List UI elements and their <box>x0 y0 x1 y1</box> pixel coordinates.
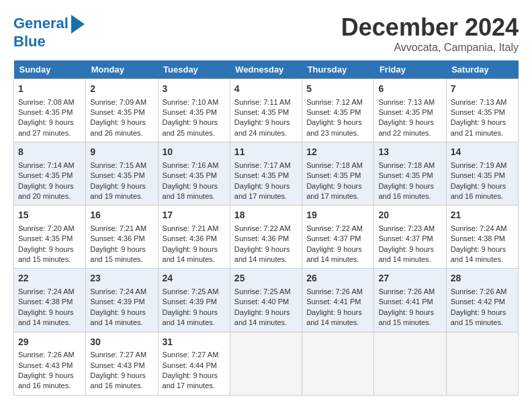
daylight: Daylight: 9 hours and 15 minutes. <box>90 245 146 263</box>
day-number: 29 <box>18 336 81 349</box>
calendar-cell: 14Sunrise: 7:19 AMSunset: 4:35 PMDayligh… <box>446 142 518 205</box>
daylight: Daylight: 9 hours and 15 minutes. <box>18 245 74 263</box>
sunrise: Sunrise: 7:26 AM <box>378 287 435 295</box>
calendar-cell: 6Sunrise: 7:13 AMSunset: 4:35 PMDaylight… <box>374 79 446 142</box>
daylight: Daylight: 9 hours and 18 minutes. <box>163 182 218 200</box>
day-number: 18 <box>234 209 298 222</box>
logo-text: General <box>13 15 69 32</box>
daylight: Daylight: 9 hours and 14 minutes. <box>378 245 434 263</box>
sunrise: Sunrise: 7:13 AM <box>451 98 507 106</box>
day-number: 25 <box>234 272 298 285</box>
header-monday: Monday <box>86 60 158 79</box>
calendar-cell: 30Sunrise: 7:27 AMSunset: 4:43 PMDayligh… <box>86 332 158 395</box>
day-number: 15 <box>18 209 81 222</box>
sunrise: Sunrise: 7:17 AM <box>234 161 291 169</box>
day-number: 22 <box>18 272 81 285</box>
calendar-cell: 31Sunrise: 7:27 AMSunset: 4:44 PMDayligh… <box>158 332 230 395</box>
calendar-table: SundayMondayTuesdayWednesdayThursdayFrid… <box>13 60 519 396</box>
day-number: 24 <box>163 272 226 285</box>
sunset: Sunset: 4:35 PM <box>18 234 73 242</box>
calendar-cell: 5Sunrise: 7:12 AMSunset: 4:35 PMDaylight… <box>302 79 374 142</box>
day-number: 16 <box>90 209 153 222</box>
sunrise: Sunrise: 7:25 AM <box>234 287 291 295</box>
calendar-cell: 1Sunrise: 7:08 AMSunset: 4:35 PMDaylight… <box>14 79 86 142</box>
calendar-cell: 2Sunrise: 7:09 AMSunset: 4:35 PMDaylight… <box>86 79 158 142</box>
header-wednesday: Wednesday <box>230 60 302 79</box>
calendar-cell: 15Sunrise: 7:20 AMSunset: 4:35 PMDayligh… <box>14 205 86 269</box>
calendar-cell: 3Sunrise: 7:10 AMSunset: 4:35 PMDaylight… <box>158 79 230 142</box>
calendar-cell: 7Sunrise: 7:13 AMSunset: 4:35 PMDaylight… <box>446 79 518 142</box>
daylight: Daylight: 9 hours and 14 minutes. <box>234 245 290 263</box>
sunset: Sunset: 4:41 PM <box>306 298 361 306</box>
day-number: 27 <box>378 272 441 285</box>
title-block: December 2024 Avvocata, Campania, Italy <box>341 13 519 54</box>
calendar-cell: 10Sunrise: 7:16 AMSunset: 4:35 PMDayligh… <box>158 142 230 205</box>
calendar-cell <box>374 332 446 395</box>
daylight: Daylight: 9 hours and 17 minutes. <box>306 182 362 200</box>
sunset: Sunset: 4:36 PM <box>90 234 144 242</box>
day-number: 10 <box>163 146 226 159</box>
sunset: Sunset: 4:38 PM <box>451 234 505 242</box>
sunset: Sunset: 4:35 PM <box>451 108 505 116</box>
day-number: 2 <box>90 83 153 96</box>
calendar-cell: 18Sunrise: 7:22 AMSunset: 4:36 PMDayligh… <box>230 205 302 269</box>
sunrise: Sunrise: 7:21 AM <box>90 224 146 232</box>
day-number: 12 <box>306 146 369 159</box>
sunset: Sunset: 4:35 PM <box>234 171 289 179</box>
sunset: Sunset: 4:38 PM <box>18 298 73 306</box>
daylight: Daylight: 9 hours and 16 minutes. <box>90 371 146 390</box>
logo: General Blue <box>13 13 85 50</box>
sunrise: Sunrise: 7:25 AM <box>163 287 219 295</box>
sunrise: Sunrise: 7:12 AM <box>306 98 363 106</box>
sunset: Sunset: 4:35 PM <box>90 171 144 179</box>
calendar-cell: 28Sunrise: 7:26 AMSunset: 4:42 PMDayligh… <box>446 269 518 332</box>
sunset: Sunset: 4:39 PM <box>90 298 144 306</box>
day-number: 31 <box>163 336 226 349</box>
calendar-cell <box>230 332 302 395</box>
sunset: Sunset: 4:35 PM <box>18 171 73 179</box>
daylight: Daylight: 9 hours and 14 minutes. <box>306 245 362 263</box>
sunset: Sunset: 4:35 PM <box>234 108 289 116</box>
sunrise: Sunrise: 7:24 AM <box>90 287 146 295</box>
sunrise: Sunrise: 7:27 AM <box>90 351 146 359</box>
daylight: Daylight: 9 hours and 14 minutes. <box>451 245 506 263</box>
daylight: Daylight: 9 hours and 22 minutes. <box>378 118 434 136</box>
calendar-cell: 29Sunrise: 7:26 AMSunset: 4:43 PMDayligh… <box>14 332 86 395</box>
calendar-cell: 24Sunrise: 7:25 AMSunset: 4:39 PMDayligh… <box>158 269 230 332</box>
daylight: Daylight: 9 hours and 20 minutes. <box>18 182 74 200</box>
daylight: Daylight: 9 hours and 14 minutes. <box>18 308 74 326</box>
day-number: 8 <box>18 146 81 159</box>
calendar-cell: 23Sunrise: 7:24 AMSunset: 4:39 PMDayligh… <box>86 269 158 332</box>
sunrise: Sunrise: 7:08 AM <box>18 98 75 106</box>
sunrise: Sunrise: 7:20 AM <box>18 224 75 232</box>
sunset: Sunset: 4:37 PM <box>378 234 433 242</box>
calendar-cell: 22Sunrise: 7:24 AMSunset: 4:38 PMDayligh… <box>14 269 86 332</box>
sunrise: Sunrise: 7:14 AM <box>18 161 75 169</box>
daylight: Daylight: 9 hours and 15 minutes. <box>378 308 434 326</box>
day-number: 17 <box>163 209 226 222</box>
header-sunday: Sunday <box>14 60 86 79</box>
daylight: Daylight: 9 hours and 14 minutes. <box>163 245 218 263</box>
daylight: Daylight: 9 hours and 27 minutes. <box>18 118 74 136</box>
sunset: Sunset: 4:39 PM <box>163 298 217 306</box>
sunset: Sunset: 4:35 PM <box>163 171 217 179</box>
daylight: Daylight: 9 hours and 26 minutes. <box>90 118 146 136</box>
sunrise: Sunrise: 7:27 AM <box>163 351 219 359</box>
sunrise: Sunrise: 7:24 AM <box>451 224 507 232</box>
location-text: Avvocata, Campania, Italy <box>341 42 519 54</box>
sunrise: Sunrise: 7:10 AM <box>163 98 219 106</box>
day-number: 7 <box>451 83 514 96</box>
daylight: Daylight: 9 hours and 15 minutes. <box>451 308 506 326</box>
header-thursday: Thursday <box>302 60 374 79</box>
day-number: 13 <box>378 146 441 159</box>
calendar-cell: 20Sunrise: 7:23 AMSunset: 4:37 PMDayligh… <box>374 205 446 269</box>
daylight: Daylight: 9 hours and 14 minutes. <box>163 308 218 326</box>
header-friday: Friday <box>374 60 446 79</box>
sunset: Sunset: 4:36 PM <box>234 234 289 242</box>
calendar-cell: 4Sunrise: 7:11 AMSunset: 4:35 PMDaylight… <box>230 79 302 142</box>
sunset: Sunset: 4:41 PM <box>378 298 433 306</box>
sunrise: Sunrise: 7:15 AM <box>90 161 146 169</box>
day-number: 6 <box>378 83 441 96</box>
sunrise: Sunrise: 7:16 AM <box>163 161 219 169</box>
calendar-cell: 25Sunrise: 7:25 AMSunset: 4:40 PMDayligh… <box>230 269 302 332</box>
